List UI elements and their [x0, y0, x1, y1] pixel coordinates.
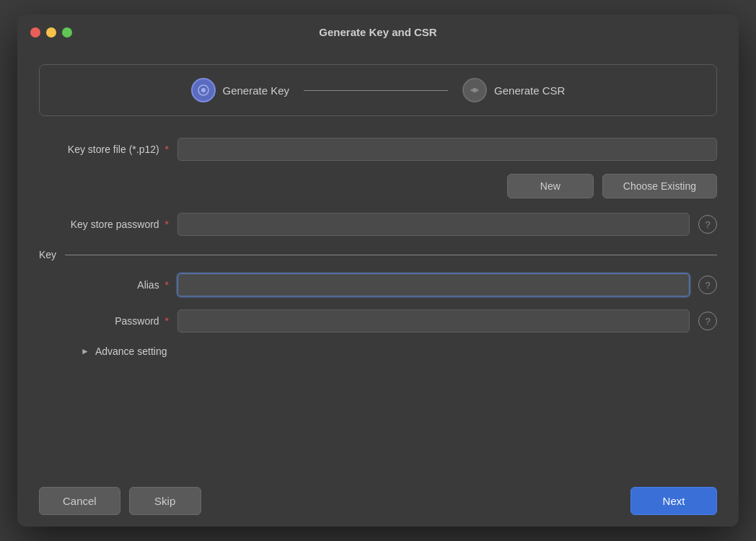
alias-help-icon[interactable]: ? [698, 276, 717, 294]
step-2-label: Generate CSR [494, 84, 565, 97]
required-star-4: * [162, 315, 169, 327]
key-store-password-label: Key store password * [39, 219, 169, 230]
svg-point-1 [201, 88, 206, 92]
step-1-label: Generate Key [223, 84, 290, 97]
alias-input[interactable] [177, 273, 690, 296]
dialog-footer: Cancel Skip Next [17, 475, 739, 527]
advance-chevron-icon: ► [81, 346, 89, 356]
step-1-icon [191, 78, 216, 102]
minimize-button[interactable] [46, 27, 56, 38]
required-star-3: * [162, 279, 169, 291]
dialog-content: Generate Key Generate CSR Key store file [17, 50, 739, 475]
key-section-divider: Key [39, 249, 717, 260]
key-section-label: Key [39, 249, 56, 260]
key-store-file-row: Key store file (*.p12) * [39, 138, 717, 161]
close-button[interactable] [30, 27, 40, 38]
password-input[interactable] [177, 309, 690, 333]
choose-existing-button[interactable]: Choose Existing [602, 174, 717, 198]
password-help-icon[interactable]: ? [698, 312, 717, 330]
required-star-1: * [162, 144, 169, 155]
cancel-button[interactable]: Cancel [39, 487, 120, 515]
svg-point-4 [471, 89, 473, 92]
dialog-container: Generate Key and CSR Generate Key [17, 14, 739, 527]
footer-left-buttons: Cancel Skip [39, 487, 201, 515]
password-label: Password * [68, 315, 169, 327]
required-star-2: * [162, 219, 169, 230]
window-controls [30, 27, 72, 38]
maximize-button[interactable] [62, 27, 72, 38]
key-store-password-row: Key store password * ? [39, 213, 717, 236]
step-connector [304, 90, 448, 91]
skip-button[interactable]: Skip [129, 487, 201, 515]
key-store-password-input[interactable] [177, 213, 690, 236]
step-1: Generate Key [191, 78, 290, 102]
title-bar: Generate Key and CSR [17, 14, 739, 50]
dialog-title: Generate Key and CSR [319, 26, 436, 38]
password-row: Password * ? [39, 309, 717, 333]
key-store-password-help-icon[interactable]: ? [698, 215, 717, 234]
key-divider-line [65, 255, 717, 255]
key-store-file-label: Key store file (*.p12) * [39, 144, 169, 155]
advance-setting-row[interactable]: ► Advance setting [39, 346, 717, 357]
next-button[interactable]: Next [630, 487, 717, 515]
svg-point-5 [477, 89, 479, 92]
svg-point-3 [472, 88, 477, 92]
new-button[interactable]: New [507, 174, 594, 198]
alias-row: Alias * ? [39, 273, 717, 296]
alias-label: Alias * [68, 279, 169, 291]
advance-setting-label: Advance setting [95, 346, 167, 357]
file-action-buttons: New Choose Existing [39, 174, 717, 198]
key-store-file-input[interactable] [177, 138, 717, 161]
step-2-icon [462, 78, 487, 102]
stepper: Generate Key Generate CSR [39, 64, 717, 116]
step-2: Generate CSR [462, 78, 565, 102]
